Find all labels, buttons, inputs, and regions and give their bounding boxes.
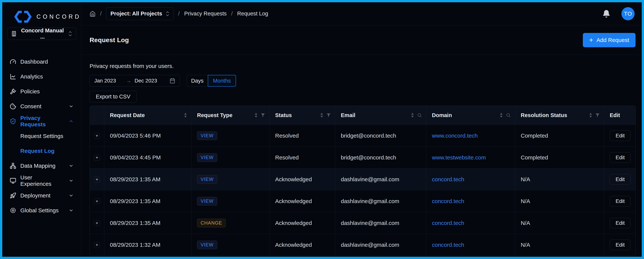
sidebar-item-dashboard[interactable]: Dashboard bbox=[2, 54, 81, 69]
column-label: Email bbox=[341, 112, 355, 118]
sort-icon[interactable] bbox=[320, 112, 323, 118]
expand-row-button[interactable]: + bbox=[94, 242, 100, 248]
calendar-icon[interactable] bbox=[170, 78, 175, 84]
sort-icon[interactable] bbox=[184, 112, 187, 118]
sidebar-item-consent[interactable]: Consent bbox=[2, 99, 81, 114]
app-window: CONCORD Concord Manual ... Dashboard Ana… bbox=[0, 0, 644, 259]
page-description: Privacy requests from your users. bbox=[90, 63, 636, 69]
breadcrumb-privacy-requests[interactable]: Privacy Requests bbox=[184, 10, 227, 17]
cell-status: Resolved bbox=[269, 125, 335, 146]
export-csv-button[interactable]: Export to CSV bbox=[90, 91, 137, 102]
organization-selector[interactable]: Concord Manual ... bbox=[7, 28, 76, 40]
column-label: Edit bbox=[610, 112, 620, 118]
header-request-type: Request Type bbox=[191, 106, 269, 124]
cell-status: Acknowledged bbox=[269, 190, 335, 212]
sidebar-item-label: Data Mapping bbox=[20, 163, 56, 169]
shield-check-icon bbox=[10, 118, 16, 124]
chevron-down-icon bbox=[69, 193, 74, 198]
domain-link[interactable]: concord.tech bbox=[432, 176, 464, 182]
sidebar-item-analytics[interactable]: Analytics bbox=[2, 69, 81, 84]
cell-request-date: 09/04/2023 5:46 PM bbox=[104, 125, 191, 146]
sort-icon[interactable] bbox=[254, 112, 258, 118]
edit-button[interactable]: Edit bbox=[610, 130, 630, 141]
header-resolution-status: Resolution Status bbox=[515, 106, 604, 124]
cell-email: bridget@concord.tech bbox=[335, 125, 426, 146]
date-end-value[interactable]: Dec 2023 bbox=[134, 78, 157, 84]
cell-status: Acknowledged bbox=[269, 168, 335, 190]
date-start-value[interactable]: Jan 2023 bbox=[94, 78, 126, 84]
chevron-up-icon bbox=[69, 119, 74, 124]
sidebar-item-privacy-requests[interactable]: Privacy Requests bbox=[2, 114, 81, 128]
cell-request-date: 08/29/2023 1:32 AM bbox=[104, 234, 191, 256]
add-request-button[interactable]: + Add Request bbox=[583, 33, 636, 47]
sidebar-item-deployment[interactable]: Deployment bbox=[2, 188, 81, 203]
months-toggle-button[interactable]: Months bbox=[208, 75, 236, 86]
cell-email: dashlavine@gmail.com bbox=[335, 234, 426, 256]
plus-icon: + bbox=[589, 37, 593, 44]
request-type-badge: VIEW bbox=[197, 175, 217, 184]
domain-link[interactable]: www.testwebsite.com bbox=[432, 154, 486, 161]
filter-icon[interactable] bbox=[595, 113, 600, 118]
brand-logo: CONCORD bbox=[2, 2, 81, 24]
sidebar-item-request-log[interactable]: Request Log bbox=[2, 144, 81, 158]
sidebar-item-policies[interactable]: Policies bbox=[2, 84, 81, 99]
edit-button[interactable]: Edit bbox=[610, 218, 630, 228]
cell-request-date: 09/04/2023 4:45 PM bbox=[104, 147, 191, 168]
table-row: + 09/04/2023 4:45 PM VIEW Resolved bridg… bbox=[90, 146, 636, 168]
home-icon[interactable] bbox=[90, 11, 96, 17]
domain-link[interactable]: concord.tech bbox=[432, 220, 464, 226]
column-label: Domain bbox=[432, 112, 452, 118]
search-icon[interactable] bbox=[417, 113, 422, 118]
edit-button[interactable]: Edit bbox=[610, 152, 630, 163]
sidebar-item-global-settings[interactable]: Global Settings bbox=[2, 203, 81, 218]
topbar-actions: TO bbox=[602, 7, 634, 20]
sidebar-item-label: Policies bbox=[20, 88, 40, 95]
breadcrumb-current: Request Log bbox=[237, 10, 268, 17]
days-toggle-button[interactable]: Days bbox=[187, 75, 208, 86]
date-range-arrow-icon: → bbox=[126, 78, 131, 84]
expand-row-button[interactable]: + bbox=[94, 154, 100, 160]
cell-status: Acknowledged bbox=[269, 234, 335, 256]
expand-row-button[interactable]: + bbox=[94, 220, 100, 226]
filters-row: Jan 2023 → Dec 2023 Days Months bbox=[90, 75, 636, 86]
sidebar-item-label: Deployment bbox=[20, 192, 50, 199]
sort-icon[interactable] bbox=[589, 112, 592, 118]
notifications-bell-icon[interactable] bbox=[602, 10, 610, 18]
line-chart-icon bbox=[10, 74, 16, 80]
sidebar-item-user-experiences[interactable]: User Experiences bbox=[2, 173, 81, 188]
avatar[interactable]: TO bbox=[622, 7, 634, 20]
sidebar: CONCORD Concord Manual ... Dashboard Ana… bbox=[2, 2, 81, 257]
sidebar-item-data-mapping[interactable]: Data Mapping bbox=[2, 158, 81, 173]
table-row: + 08/29/2023 1:35 AM VIEW Acknowledged d… bbox=[90, 168, 636, 190]
sidebar-item-label: User Experiences bbox=[20, 174, 64, 187]
breadcrumb-separator: / bbox=[231, 10, 232, 17]
sidebar-item-label: Analytics bbox=[20, 74, 43, 80]
search-icon[interactable] bbox=[506, 113, 511, 118]
domain-link[interactable]: concord.tech bbox=[432, 198, 464, 204]
domain-link[interactable]: concord.tech bbox=[432, 242, 464, 248]
project-selector[interactable]: Project: All Projects bbox=[106, 7, 174, 20]
cell-resolution-status: Completed bbox=[515, 147, 604, 168]
topbar: / Project: All Projects / Privacy Reques… bbox=[81, 2, 642, 25]
expand-row-button[interactable]: + bbox=[94, 176, 100, 182]
table-header-row: Request Date Request Type Status bbox=[90, 106, 636, 124]
edit-button[interactable]: Edit bbox=[610, 196, 630, 206]
cell-request-date: 08/29/2023 1:35 AM bbox=[104, 190, 191, 212]
sort-icon[interactable] bbox=[411, 112, 414, 118]
sort-icon[interactable] bbox=[500, 112, 503, 118]
edit-button[interactable]: Edit bbox=[610, 240, 630, 250]
edit-button[interactable]: Edit bbox=[610, 174, 630, 185]
building-icon bbox=[11, 31, 17, 36]
domain-link[interactable]: www.concord.tech bbox=[432, 132, 478, 139]
filter-icon[interactable] bbox=[326, 113, 331, 118]
filter-icon[interactable] bbox=[261, 113, 265, 118]
main-area: / Project: All Projects / Privacy Reques… bbox=[81, 2, 642, 257]
cell-resolution-status: Completed bbox=[515, 125, 604, 146]
sidebar-item-request-settings[interactable]: Request Settings bbox=[2, 128, 81, 144]
date-range-picker[interactable]: Jan 2023 → Dec 2023 bbox=[90, 75, 180, 86]
expand-row-button[interactable]: + bbox=[94, 198, 100, 204]
header-domain: Domain bbox=[426, 106, 515, 124]
cell-email: dashlavine@gmail.com bbox=[335, 190, 426, 212]
expand-row-button[interactable]: + bbox=[94, 133, 100, 139]
brand-name: CONCORD bbox=[36, 13, 81, 20]
